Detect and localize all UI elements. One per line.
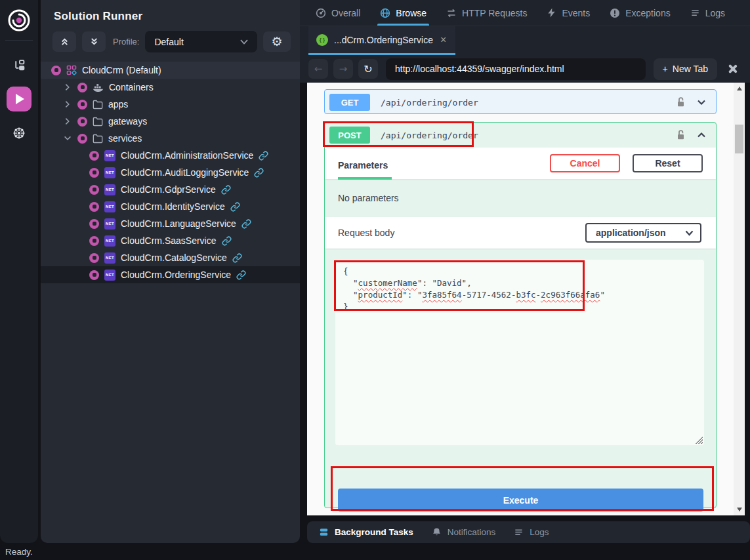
tools-icon: [726, 63, 738, 75]
tree-item-apps[interactable]: apps: [41, 96, 300, 113]
tree-item-gdpr-service[interactable]: NET CloudCrm.GdprService: [41, 181, 300, 198]
tab-overall[interactable]: Overall: [316, 0, 360, 26]
kubernetes-icon[interactable]: [7, 121, 31, 146]
solution-tree-icon[interactable]: [7, 52, 31, 77]
status-donut-icon: [89, 168, 99, 178]
webview-scrollbar[interactable]: [734, 83, 745, 515]
execute-button[interactable]: Execute: [338, 489, 703, 511]
folder-icon: [93, 117, 103, 127]
get-endpoint-header[interactable]: GET /api/ordering/order: [325, 90, 716, 115]
tree-item-gateways[interactable]: gateways: [41, 113, 300, 130]
browser-tools-button[interactable]: [722, 59, 742, 79]
status-donut-icon: [89, 270, 99, 280]
swagger-webview: GET /api/ordering/order POST /api/orderi…: [307, 83, 745, 515]
forward-button[interactable]: →: [333, 59, 353, 79]
post-method-badge: POST: [329, 127, 370, 144]
refresh-icon: ↻: [364, 63, 372, 75]
menu-lines-icon: [514, 527, 524, 537]
scrollbar-thumb[interactable]: [735, 125, 743, 153]
tree-item-administration-service[interactable]: NET CloudCrm.AdministrationService: [41, 147, 300, 164]
status-donut-icon: [77, 117, 87, 127]
request-body-section: { "customerName": "David", "productId": …: [325, 260, 716, 471]
new-tab-button[interactable]: + New Tab: [654, 58, 717, 80]
run-button[interactable]: [7, 87, 31, 111]
background-tasks-item[interactable]: Background Tasks: [319, 527, 413, 537]
tree-item-catalog-service[interactable]: NET CloudCrm.CatalogService: [41, 249, 300, 266]
scroll-up-arrow-icon[interactable]: [737, 87, 742, 90]
browser-tab[interactable]: { } ...dCrm.OrderingService ×: [308, 26, 455, 55]
tasks-icon: [319, 527, 329, 537]
tab-http-requests[interactable]: HTTP Requests: [446, 0, 527, 26]
profile-label: Profile:: [113, 37, 139, 47]
tree-item-containers[interactable]: Containers: [41, 79, 300, 96]
post-endpoint-path: /api/ordering/order: [381, 130, 676, 140]
endpoint-get-order[interactable]: GET /api/ordering/order: [324, 89, 717, 114]
play-icon: [16, 94, 24, 104]
back-arrow-icon: ←: [314, 63, 323, 75]
url-text: http://localhost:44359/swagger/index.htm…: [395, 64, 564, 74]
divider: [5, 40, 33, 41]
link-icon: [230, 202, 240, 212]
status-donut-icon: [89, 151, 99, 161]
tree-item-language-service[interactable]: NET CloudCrm.LanguageService: [41, 215, 300, 232]
link-icon: [221, 185, 231, 195]
app-grid-icon: [66, 65, 77, 75]
resize-grip[interactable]: [696, 437, 703, 444]
cancel-button[interactable]: Cancel: [550, 154, 620, 172]
tree-item-auditlogging-service[interactable]: NET CloudCrm.AuditLoggingService: [41, 164, 300, 181]
solution-tree: CloudCrm (Default) Containers apps: [41, 62, 300, 283]
status-text: Ready.: [5, 547, 33, 557]
dotnet-icon: NET: [104, 270, 115, 281]
post-endpoint-header[interactable]: POST /api/ordering/order: [325, 123, 716, 148]
lock-open-icon[interactable]: [676, 96, 686, 108]
back-button[interactable]: ←: [308, 59, 328, 79]
lightning-icon: [547, 8, 556, 18]
tab-events[interactable]: Events: [547, 0, 590, 26]
refresh-button[interactable]: ↻: [358, 59, 378, 79]
request-body-label: Request body: [338, 228, 394, 238]
collapse-all-button[interactable]: [52, 31, 76, 52]
docker-icon: [93, 83, 104, 92]
chevron-down-icon[interactable]: [696, 97, 707, 108]
bottom-bar: Background Tasks Notifications Logs: [307, 521, 750, 543]
scroll-down-arrow-icon[interactable]: [737, 508, 742, 511]
chevron-down-icon: [240, 39, 248, 45]
lock-open-icon[interactable]: [676, 129, 686, 141]
dotnet-icon: NET: [104, 150, 115, 161]
endpoint-post-order: POST /api/ordering/order Parameters Canc…: [324, 122, 717, 508]
tree-item-ordering-service[interactable]: NET CloudCrm.OrderingService: [41, 266, 300, 283]
tab-logs[interactable]: Logs: [690, 0, 725, 26]
parameters-title: Parameters: [338, 151, 392, 180]
dotnet-icon: NET: [104, 201, 115, 212]
content-type-value: application/json: [596, 228, 685, 238]
chevron-down-icon: [63, 134, 72, 143]
request-body-editor[interactable]: { "customerName": "David", "productId": …: [335, 260, 704, 445]
plus-icon: +: [663, 64, 668, 74]
url-input[interactable]: http://localhost:44359/swagger/index.htm…: [386, 58, 646, 80]
status-donut-icon: [77, 100, 87, 110]
content-type-dropdown[interactable]: application/json: [585, 223, 701, 243]
logs-item[interactable]: Logs: [514, 527, 549, 537]
tree-item-services[interactable]: services: [41, 130, 300, 147]
chevron-up-icon[interactable]: [696, 130, 707, 140]
tree-item-saas-service[interactable]: NET CloudCrm.SaasService: [41, 232, 300, 249]
menu-lines-icon: [690, 8, 700, 18]
tree-item-solution[interactable]: CloudCrm (Default): [41, 62, 300, 79]
tree-item-identity-service[interactable]: NET CloudCrm.IdentityService: [41, 198, 300, 215]
solution-runner-panel: Solution Runner Profile: Default ⚙: [41, 0, 300, 543]
profile-dropdown[interactable]: Default: [145, 31, 257, 52]
activity-bar: [0, 0, 38, 543]
tab-browse[interactable]: Browse: [380, 0, 427, 26]
expand-all-button[interactable]: [82, 31, 106, 52]
notifications-item[interactable]: Notifications: [432, 527, 496, 537]
close-tab-icon[interactable]: ×: [440, 34, 446, 46]
tab-exceptions[interactable]: Exceptions: [610, 0, 670, 26]
get-endpoint-path: /api/ordering/order: [381, 98, 676, 108]
folder-icon: [93, 100, 103, 110]
app-logo: [5, 7, 33, 34]
profile-settings-button[interactable]: ⚙: [263, 31, 291, 52]
get-method-badge: GET: [329, 94, 370, 111]
reset-button[interactable]: Reset: [633, 154, 703, 172]
gear-icon: ⚙: [271, 35, 282, 48]
browser-tab-title: ...dCrm.OrderingService: [334, 35, 433, 45]
